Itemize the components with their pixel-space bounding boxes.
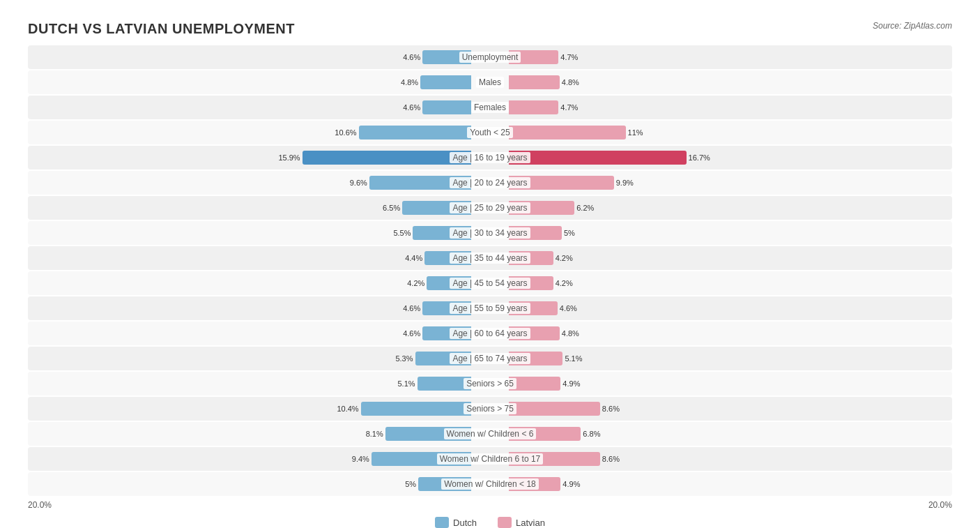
bar-row: 5%Women w/ Children < 184.9% [28,472,952,496]
bar-row: 4.6%Unemployment4.7% [28,45,952,69]
center-label: Seniors > 65 [471,378,508,389]
left-section: 5% [28,472,471,496]
chart-title: Dutch vs Latvian Unemployment [28,21,295,37]
bar-row: 5.5%Age | 30 to 34 years5% [28,221,952,245]
center-label: Youth < 25 [471,127,508,138]
bar-row: 4.6%Age | 55 to 59 years4.6% [28,296,952,320]
dutch-value: 4.6% [403,329,420,338]
bar-row: 10.4%Seniors > 758.6% [28,397,952,421]
center-label: Age | 35 to 44 years [471,252,508,264]
right-section: 4.9% [509,472,952,496]
latvian-value: 16.7% [689,153,710,162]
dutch-value: 6.5% [383,204,400,212]
latvian-value: 4.9% [562,480,580,488]
latvian-bar: 16.7% [509,151,687,165]
center-label: Age | 60 to 64 years [471,328,508,339]
chart-grid: 4.6%Unemployment4.7%4.8%Males4.8%4.6%Fem… [28,45,952,496]
left-section: 9.6% [28,171,471,195]
latvian-value: 6.8% [583,430,600,438]
dutch-value: 4.2% [407,279,424,287]
dutch-value: 9.4% [352,455,369,463]
left-section: 10.6% [28,121,471,144]
left-section: 4.6% [28,322,471,345]
bar-row: 15.9%Age | 16 to 19 years16.7% [28,146,952,169]
latvian-value: 5% [564,229,575,237]
bar-row: 9.6%Age | 20 to 24 years9.9% [28,171,952,195]
right-section: 4.7% [509,96,952,119]
center-label: Females [471,102,508,113]
bar-label: Age | 60 to 64 years [450,328,530,339]
latvian-value: 8.6% [602,405,620,413]
right-section: 8.6% [509,447,952,471]
right-section: 4.8% [509,70,952,94]
dutch-value: 9.6% [350,179,367,187]
dutch-value: 4.6% [403,304,420,312]
dutch-value: 5.5% [393,229,411,237]
axis-row: 20.0% 20.0% [28,500,952,510]
legend: Dutch Latvian [28,517,952,528]
dutch-bar: 15.9% [303,151,472,165]
right-section: 4.7% [509,45,952,69]
bar-label: Females [471,102,509,113]
left-section: 9.4% [28,447,471,471]
chart-area: 4.6%Unemployment4.7%4.8%Males4.8%4.6%Fem… [28,45,952,528]
bar-label: Women w/ Children < 6 [444,428,537,439]
right-section: 6.2% [509,196,952,220]
bar-label: Males [476,77,504,88]
dutch-value: 5.1% [398,379,415,388]
center-label: Males [471,77,508,88]
center-label: Women w/ Children < 18 [471,478,508,490]
center-label: Women w/ Children 6 to 17 [471,453,508,465]
left-section: 15.9% [28,146,471,169]
chart-header: Dutch vs Latvian Unemployment Source: Zi… [28,21,952,37]
left-section: 4.4% [28,246,471,270]
right-section: 16.7% [509,146,952,169]
axis-right: 20.0% [509,500,952,510]
left-section: 5.5% [28,221,471,245]
dutch-value: 8.1% [366,430,383,438]
right-section: 11% [509,121,952,144]
dutch-value: 15.9% [278,153,300,162]
bar-label: Age | 20 to 24 years [450,177,530,188]
left-section: 8.1% [28,422,471,446]
bar-row: 5.1%Seniors > 654.9% [28,372,952,395]
dutch-value: 10.4% [337,405,358,413]
center-label: Seniors > 75 [471,403,508,414]
latvian-bar: 8.6% [509,402,600,416]
right-axis-label: 20.0% [928,500,952,510]
right-section: 8.6% [509,397,952,421]
axis-left: 20.0% [28,500,471,510]
center-label: Age | 65 to 74 years [471,353,508,364]
latvian-bar: 4.7% [509,100,559,114]
legend-latvian: Latvian [498,517,545,528]
center-label: Age | 25 to 29 years [471,202,508,213]
latvian-bar: 11% [509,126,626,139]
latvian-value: 9.9% [616,179,634,187]
right-section: 6.8% [509,422,952,446]
left-axis-label: 20.0% [28,500,52,510]
bar-label: Youth < 25 [467,127,512,138]
right-section: 4.9% [509,372,952,395]
left-section: 4.2% [28,271,471,295]
right-section: 4.8% [509,322,952,345]
bar-label: Age | 30 to 34 years [450,227,530,239]
bar-label: Age | 25 to 29 years [450,202,530,213]
left-section: 4.6% [28,296,471,320]
latvian-value: 4.2% [556,254,573,262]
right-section: 9.9% [509,171,952,195]
legend-dutch: Dutch [435,517,477,528]
bar-label: Age | 65 to 74 years [450,353,530,364]
latvian-value: 5.1% [565,354,582,363]
center-label: Age | 20 to 24 years [471,177,508,188]
dutch-value: 5.3% [395,354,413,363]
latvian-value: 11% [628,128,643,137]
left-section: 5.1% [28,372,471,395]
bar-label: Women w/ Children 6 to 17 [437,453,544,465]
dutch-bar: 10.6% [359,126,472,139]
bar-label: Unemployment [459,52,521,63]
left-section: 4.8% [28,70,471,94]
latvian-value: 4.6% [560,304,577,312]
right-section: 5.1% [509,347,952,370]
bar-label: Seniors > 65 [464,378,516,389]
latvian-value: 8.6% [602,455,620,463]
